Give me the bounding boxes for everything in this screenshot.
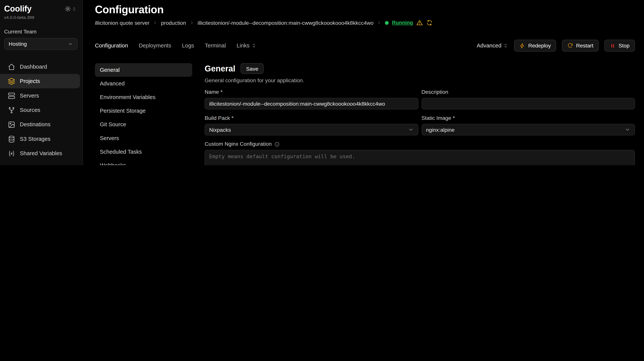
save-button[interactable]: Save	[241, 63, 264, 74]
current-team-label: Current Team	[4, 29, 79, 35]
chevron-down-icon	[68, 41, 73, 47]
team-select-value: Hosting	[9, 41, 27, 47]
sidebar: Coolify v4.0.0-beta.399 Current Team Hos…	[0, 0, 83, 165]
layers-icon	[8, 78, 15, 85]
tab-logs[interactable]: Logs	[182, 43, 194, 49]
bell-icon	[8, 164, 15, 165]
chevron-right-icon	[377, 20, 382, 25]
subnav-item-advanced[interactable]: Advanced	[95, 77, 192, 90]
description-label: Description	[421, 89, 635, 96]
tab-actions: Advanced Redeploy Restart Stop	[477, 40, 635, 52]
restart-button[interactable]: Restart	[562, 40, 599, 52]
theme-toggle[interactable]	[65, 6, 77, 12]
sidebar-item-notifications[interactable]: Notifications	[0, 161, 80, 165]
sidebar-item-label: Notifications	[20, 165, 50, 165]
breadcrumb-environment[interactable]: production	[161, 20, 186, 26]
info-icon[interactable]	[274, 141, 280, 147]
sidebar-item-servers[interactable]: Servers	[0, 88, 80, 103]
sidebar-item-label: Destinations	[20, 121, 50, 128]
sun-icon	[65, 6, 71, 12]
sidebar-item-label: Sources	[20, 107, 40, 113]
database-icon	[8, 135, 15, 143]
stop-button[interactable]: Stop	[604, 40, 635, 52]
selector-chevrons-icon	[72, 7, 77, 11]
sidebar-item-label: Shared Variables	[20, 150, 62, 157]
settings-subnav: General Advanced Environment Variables P…	[95, 63, 192, 165]
build-pack-select[interactable]: Nixpacks	[205, 124, 418, 135]
tab-deployments[interactable]: Deployments	[139, 43, 171, 49]
selector-chevrons-icon	[503, 43, 508, 48]
breadcrumb-application[interactable]: illicitestonion/-module--decomposition:m…	[198, 20, 373, 26]
tab-configuration[interactable]: Configuration	[95, 43, 128, 49]
coolify-app: Coolify v4.0.0-beta.399 Current Team Hos…	[0, 0, 644, 165]
chevron-down-icon	[408, 127, 414, 133]
name-input[interactable]	[205, 98, 418, 109]
sidebar-item-dashboard[interactable]: Dashboard	[0, 60, 80, 74]
sidebar-item-label: Dashboard	[20, 64, 47, 70]
warning-icon[interactable]	[416, 20, 423, 26]
stop-icon	[610, 43, 616, 49]
chevron-right-icon	[153, 20, 158, 25]
server-icon	[8, 92, 15, 99]
app-logo[interactable]: Coolify	[4, 4, 32, 14]
subnav-item-environment-variables[interactable]: Environment Variables	[95, 90, 192, 104]
tab-links[interactable]: Links	[237, 43, 257, 49]
subnav-item-servers[interactable]: Servers	[95, 131, 192, 145]
sidebar-item-s3-storages[interactable]: S3 Storages	[0, 132, 80, 146]
app-version: v4.0.0-beta.399	[4, 15, 79, 20]
section-subtitle: General configuration for your applicati…	[205, 77, 635, 84]
static-image-select[interactable]: nginx:alpine	[421, 124, 635, 135]
subnav-item-persistent-storage[interactable]: Persistent Storage	[95, 104, 192, 118]
general-form: General Save General configuration for y…	[205, 63, 635, 165]
name-label: Name *	[205, 89, 418, 96]
advanced-dropdown[interactable]: Advanced	[477, 43, 508, 49]
team-select[interactable]: Hosting	[4, 38, 78, 50]
main-content: Configuration illicitonion quote server …	[83, 0, 644, 165]
breadcrumb-project[interactable]: illicitonion quote server	[95, 20, 150, 26]
zap-icon	[520, 43, 526, 49]
status-running-link[interactable]: Running	[392, 20, 413, 26]
sidebar-item-label: Projects	[20, 78, 40, 84]
nginx-config-label: Custom Nginx Configuration	[205, 141, 635, 147]
subnav-item-scheduled-tasks[interactable]: Scheduled Tasks	[95, 145, 192, 159]
sidebar-item-destinations[interactable]: Destinations	[0, 117, 80, 132]
sidebar-item-projects[interactable]: Projects	[0, 74, 80, 88]
selector-chevrons-icon	[251, 43, 256, 48]
brand-row: Coolify	[4, 4, 79, 14]
redeploy-button[interactable]: Redeploy	[514, 40, 556, 52]
configuration-content: General Advanced Environment Variables P…	[95, 63, 635, 165]
subnav-item-general[interactable]: General	[95, 63, 192, 77]
chevron-down-icon	[624, 127, 630, 133]
subnav-item-git-source[interactable]: Git Source	[95, 118, 192, 131]
variable-icon	[8, 150, 15, 157]
static-image-label: Static Image *	[421, 115, 635, 121]
section-title: General	[205, 64, 236, 73]
nginx-config-textarea[interactable]	[205, 150, 635, 165]
description-input[interactable]	[421, 98, 635, 109]
build-pack-label: Build Pack *	[205, 115, 418, 121]
sidebar-item-label: Servers	[20, 92, 39, 99]
subnav-item-webhooks[interactable]: Webhooks	[95, 159, 192, 165]
breadcrumb: illicitonion quote server production ill…	[95, 20, 635, 26]
chevron-right-icon	[190, 20, 194, 25]
git-fork-icon	[8, 106, 15, 114]
tab-terminal[interactable]: Terminal	[205, 43, 226, 49]
image-icon	[8, 121, 15, 128]
page-title: Configuration	[95, 3, 635, 16]
home-icon	[8, 63, 15, 70]
refresh-status-icon[interactable]	[426, 20, 433, 26]
status-dot	[385, 21, 389, 25]
tabs: Configuration Deployments Logs Terminal …	[95, 43, 256, 49]
sidebar-item-sources[interactable]: Sources	[0, 103, 80, 117]
sidebar-item-shared-variables[interactable]: Shared Variables	[0, 146, 80, 160]
sidebar-item-label: S3 Storages	[20, 136, 50, 142]
sidebar-nav: Dashboard Projects Servers Sources Desti…	[0, 60, 80, 165]
tabbar: Configuration Deployments Logs Terminal …	[95, 40, 635, 52]
restart-icon	[567, 43, 573, 49]
